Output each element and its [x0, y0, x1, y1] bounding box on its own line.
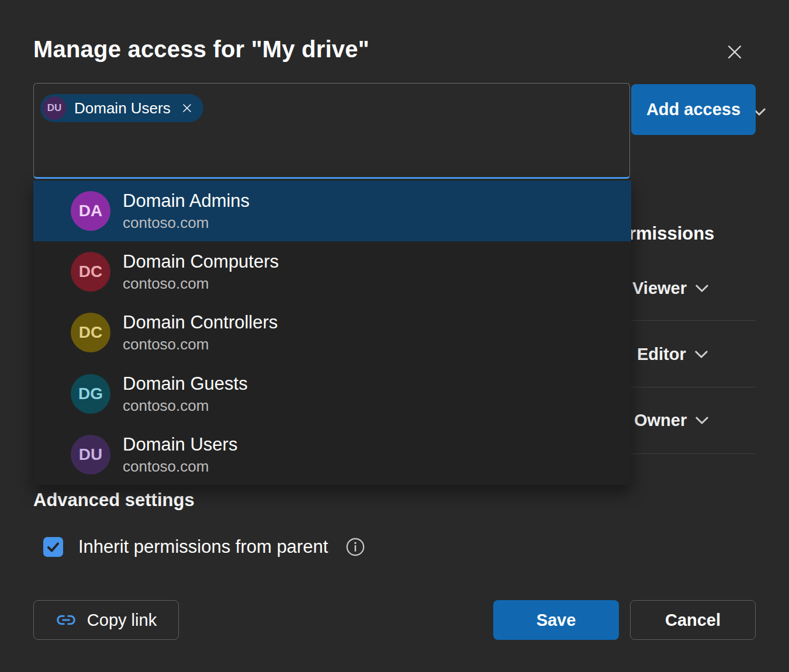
suggestion-name: Domain Users — [123, 433, 237, 456]
permission-role-dropdown[interactable]: Owner — [634, 408, 708, 432]
suggestion-item[interactable]: DG Domain Guests contoso.com — [33, 363, 631, 424]
suggestion-item[interactable]: DC Domain Controllers contoso.com — [33, 302, 631, 363]
avatar: DC — [71, 313, 110, 352]
close-icon — [725, 42, 745, 62]
copy-link-label: Copy link — [87, 611, 157, 630]
close-button[interactable] — [721, 39, 748, 65]
suggestion-item[interactable]: DU Domain Users contoso.com — [33, 424, 631, 485]
suggestion-flyout: DA Domain Admins contoso.com DC Domain C… — [33, 181, 631, 485]
suggestion-name: Domain Computers — [123, 250, 279, 273]
suggestion-name: Domain Controllers — [123, 311, 278, 334]
suggestion-domain: contoso.com — [123, 334, 278, 354]
chevron-down-icon — [695, 350, 708, 359]
advanced-settings-heading: Advanced settings — [33, 490, 195, 511]
save-button[interactable]: Save — [493, 600, 619, 640]
permission-role-value: Owner — [634, 411, 687, 430]
avatar: DA — [71, 191, 110, 231]
info-icon[interactable] — [345, 537, 365, 557]
chip-label: Domain Users — [74, 99, 171, 117]
suggestion-domain: contoso.com — [123, 273, 279, 293]
people-picker-input[interactable]: DU Domain Users dom — [33, 83, 630, 179]
permission-role-value: Viewer — [632, 279, 687, 298]
permission-role-dropdown[interactable]: Viewer — [632, 276, 708, 300]
avatar: DG — [71, 374, 110, 414]
copy-link-button[interactable]: Copy link — [33, 600, 179, 640]
suggestion-item[interactable]: DC Domain Computers contoso.com — [33, 241, 631, 302]
add-access-button[interactable]: Add access — [631, 84, 756, 135]
avatar: DU — [71, 435, 110, 474]
suggestion-domain: contoso.com — [123, 396, 248, 415]
suggestion-name: Domain Guests — [123, 372, 248, 396]
inherit-permissions-label: Inherit permissions from parent — [78, 536, 328, 557]
suggestion-domain: contoso.com — [123, 456, 237, 476]
suggestion-item[interactable]: DA Domain Admins contoso.com — [33, 181, 631, 241]
chevron-down-icon — [695, 416, 708, 425]
avatar: DC — [71, 252, 110, 292]
selected-chip-domain-users[interactable]: DU Domain Users — [40, 94, 203, 122]
permission-role-value: Editor — [637, 345, 686, 364]
suggestion-name: Domain Admins — [123, 189, 250, 213]
chevron-down-icon — [695, 284, 708, 293]
close-icon — [180, 101, 194, 115]
chip-remove-button[interactable] — [180, 101, 194, 115]
cancel-button[interactable]: Cancel — [630, 600, 756, 640]
permission-role-dropdown[interactable]: Editor — [637, 342, 708, 366]
link-icon — [56, 609, 77, 631]
inherit-permissions-checkbox[interactable] — [43, 537, 63, 557]
inherit-permissions-row: Inherit permissions from parent — [43, 535, 365, 559]
suggestion-domain: contoso.com — [123, 213, 250, 233]
page-title: Manage access for "My drive" — [33, 36, 369, 63]
checkmark-icon — [46, 539, 61, 555]
avatar: DU — [43, 96, 66, 120]
